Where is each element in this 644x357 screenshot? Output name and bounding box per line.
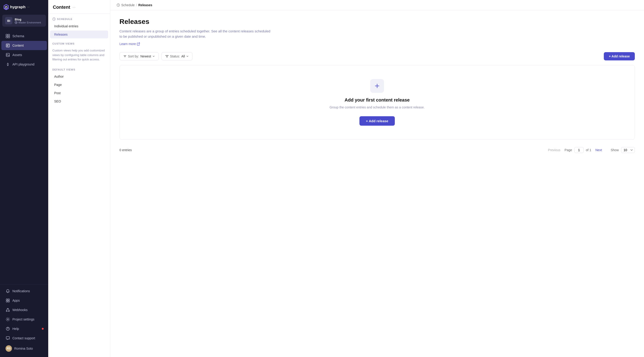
sidebar-link-page[interactable]: Page: [50, 81, 108, 89]
logo-area: hygraph ···: [0, 0, 48, 13]
bell-icon: [6, 289, 10, 293]
sidebar-item-project-settings[interactable]: Project settings: [2, 315, 47, 324]
svg-point-6: [7, 65, 8, 66]
gear-icon: [6, 317, 10, 322]
sidebar-link-seo[interactable]: SEO: [50, 98, 108, 105]
webhooks-icon: [6, 308, 10, 312]
main-nav: Schema Content Assets API playground: [0, 30, 48, 284]
schema-icon: [6, 34, 10, 38]
content-label: Content: [12, 44, 24, 47]
svg-point-13: [7, 308, 8, 309]
learn-more-link[interactable]: Learn more: [120, 42, 140, 46]
project-avatar: BI: [5, 17, 12, 24]
assets-label: Assets: [12, 53, 22, 57]
plus-icon: [374, 83, 380, 89]
webhooks-label: Webhooks: [12, 308, 28, 312]
status-chevron-icon: [186, 55, 188, 58]
help-label: Help: [12, 327, 19, 330]
apps-icon: [6, 298, 10, 303]
logo-dots: ···: [27, 5, 30, 9]
add-release-empty-button[interactable]: + Add release: [360, 116, 394, 126]
notifications-label: Notifications: [12, 289, 30, 293]
help-notification-dot: [42, 328, 44, 330]
chat-icon: [6, 336, 10, 340]
page-of: of 1: [586, 148, 591, 152]
main-body: Releases Content releases are a group of…: [110, 10, 644, 357]
user-profile[interactable]: RS Romina Soto: [2, 343, 47, 354]
sidebar-item-webhooks[interactable]: Webhooks: [2, 305, 47, 314]
sidebar-item-schema[interactable]: Schema: [2, 32, 47, 41]
sort-chevron-icon: [152, 55, 155, 58]
apps-label: Apps: [12, 299, 20, 302]
contact-support-label: Contact support: [12, 336, 35, 340]
content-icon: [6, 43, 10, 48]
sidebar-item-help[interactable]: Help: [2, 324, 47, 333]
sidebar-item-api[interactable]: API playground: [2, 60, 47, 69]
project-settings-label: Project settings: [12, 318, 34, 321]
project-block[interactable]: BI Blog Master Environment: [2, 15, 46, 27]
svg-rect-4: [8, 36, 10, 38]
svg-rect-10: [8, 301, 10, 302]
sidebar-link-author[interactable]: Author: [50, 72, 108, 80]
breadcrumb-separator: /: [136, 3, 137, 7]
show-label: Show: [611, 148, 619, 152]
show-select[interactable]: 10 25 50 100: [621, 147, 635, 153]
page-label: Page: [564, 148, 572, 152]
sidebar-link-releases[interactable]: Releases: [50, 30, 108, 38]
logo-text: hygraph: [10, 5, 26, 10]
project-env: Master Environment: [15, 21, 43, 24]
page-description: Content releases are a group of entries …: [120, 29, 271, 39]
sidebar-item-apps[interactable]: Apps: [2, 296, 47, 305]
user-avatar: RS: [6, 345, 12, 352]
sidebar-header: Content ···: [48, 0, 110, 14]
branch-icon: [15, 21, 18, 24]
left-nav: hygraph ··· BI Blog Master Environment S…: [0, 0, 48, 357]
empty-state-description: Group the content entries and schedule t…: [330, 105, 425, 110]
svg-rect-3: [6, 36, 8, 38]
breadcrumb-parent[interactable]: Schedule: [121, 3, 134, 7]
filter-icon: [165, 55, 168, 58]
sidebar-item-content[interactable]: Content: [2, 41, 47, 50]
clock-icon: [52, 18, 56, 21]
schema-label: Schema: [12, 34, 24, 38]
empty-state-card: Add your first content release Group the…: [120, 65, 635, 140]
svg-rect-17: [6, 336, 10, 339]
next-button[interactable]: Next: [594, 147, 604, 153]
sort-filter-button[interactable]: Sort by: Newest: [120, 52, 159, 60]
empty-state-title: Add your first content release: [344, 98, 410, 103]
api-label: API playground: [12, 62, 34, 66]
sidebar-title: Content: [53, 4, 70, 10]
schedule-section-label: SCHEDULE: [48, 14, 110, 22]
sidebar-item-notifications[interactable]: Notifications: [2, 286, 47, 296]
sidebar-link-individual-entries[interactable]: Individual entries: [50, 22, 108, 30]
sidebar-item-contact-support[interactable]: Contact support: [2, 334, 47, 343]
hygraph-logo-icon: [4, 4, 9, 10]
svg-rect-8: [8, 299, 10, 300]
custom-views-section-label: CUSTOM VIEWS: [48, 38, 110, 46]
user-name: Romina Soto: [14, 347, 33, 350]
sidebar-panel: Content ··· SCHEDULE Individual entries …: [48, 0, 110, 357]
status-label: Status:: [170, 54, 180, 58]
sort-icon: [123, 55, 126, 58]
previous-button: Previous: [546, 147, 562, 153]
sidebar-menu-dots[interactable]: ···: [72, 5, 76, 10]
sort-label: Sort by:: [128, 54, 139, 58]
empty-state-icon-box: [370, 79, 384, 93]
external-link-icon: [137, 42, 140, 46]
toolbar: Sort by: Newest Status: All + Add releas…: [120, 52, 635, 60]
sidebar-link-post[interactable]: Post: [50, 89, 108, 97]
breadcrumb-current: Releases: [138, 3, 152, 7]
project-name: Blog: [15, 18, 43, 21]
default-views-section-label: DEFAULT VIEWS: [48, 64, 110, 72]
svg-point-14: [7, 319, 8, 320]
sidebar-item-assets[interactable]: Assets: [2, 50, 47, 60]
status-filter-button[interactable]: Status: All: [162, 52, 192, 60]
add-release-header-button[interactable]: + Add release: [604, 52, 635, 60]
entries-count: 0 entries: [120, 148, 132, 152]
page-input[interactable]: [574, 147, 584, 153]
svg-rect-7: [6, 299, 8, 300]
svg-rect-9: [6, 301, 8, 302]
clock-breadcrumb-icon: [117, 4, 120, 7]
logo: hygraph ···: [4, 4, 30, 10]
api-icon: [6, 62, 10, 66]
